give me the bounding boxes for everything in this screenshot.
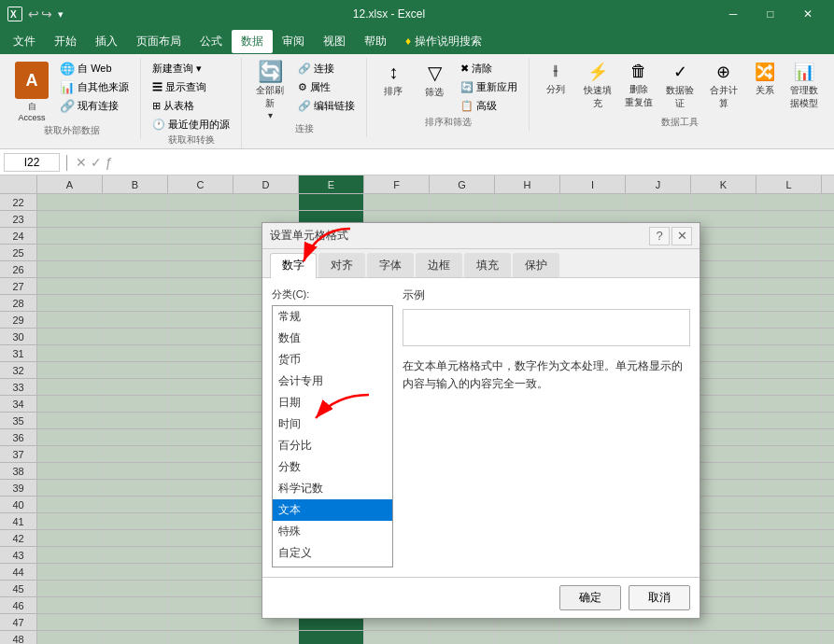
split-col-button[interactable]: ⫲ 分列 — [537, 60, 574, 98]
group-label-transform: 获取和转换 — [168, 133, 215, 148]
tab-protect[interactable]: 保护 — [513, 253, 559, 277]
ribbon-group-connect: 🔄 全部刷新▾ 🔗 连接 ⚙ 属性 🔗 编辑链接 连接 — [242, 58, 367, 137]
cancel-button[interactable]: 取消 — [629, 585, 690, 610]
menu-insert[interactable]: 插入 — [86, 30, 127, 53]
redo-icon[interactable]: ↪ — [41, 7, 52, 21]
dialog-footer: 确定 取消 — [262, 577, 700, 618]
category-custom[interactable]: 自定义 — [273, 542, 392, 564]
access-button[interactable]: A 自 Access — [11, 60, 52, 124]
relations-button[interactable]: 🔀 关系 — [746, 60, 784, 99]
consolidate-button[interactable]: ⊕ 合并计算 — [702, 60, 744, 112]
insert-function-icon[interactable]: ƒ — [106, 155, 113, 170]
group-label-sort: 排序和筛选 — [425, 116, 472, 131]
format-cells-dialog: 设置单元格格式 ? ✕ 数字 对齐 字体 边框 填充 保护 分类(C): 常规 … — [262, 222, 700, 619]
other-sources-button[interactable]: 📊自其他来源 — [56, 78, 133, 96]
main-area: A B C D E F G H I J K L M N O P 22232425… — [0, 175, 834, 644]
titlebar-controls: ─ □ ✕ — [714, 0, 827, 28]
edit-links-button[interactable]: 🔗 编辑链接 — [294, 97, 359, 115]
from-table-button[interactable]: ⊞ 从表格 — [148, 97, 233, 115]
dialog-title: 设置单元格格式 — [270, 228, 348, 244]
menu-layout[interactable]: 页面布局 — [127, 30, 191, 53]
formula-bar-sep: │ — [64, 155, 72, 170]
category-currency[interactable]: 货币 — [273, 349, 392, 371]
tab-fill[interactable]: 填充 — [464, 253, 511, 277]
confirm-button[interactable]: 确定 — [559, 585, 621, 610]
group-label-connect: 连接 — [295, 122, 314, 137]
category-number[interactable]: 数值 — [273, 328, 392, 349]
show-query-button[interactable]: ☰ 显示查询 — [148, 78, 233, 96]
category-special[interactable]: 特殊 — [273, 521, 392, 542]
menu-review[interactable]: 审阅 — [273, 30, 314, 53]
data-model-button[interactable]: 📊 管理数据模型 — [785, 60, 823, 112]
menu-view[interactable]: 视图 — [314, 30, 355, 53]
titlebar-title: 12.xlsx - Excel — [353, 7, 425, 21]
ribbon-group-transform: 新建查询 ▾ ☰ 显示查询 ⊞ 从表格 🕐 最近使用的源 获取和转换 — [141, 58, 242, 148]
flash-fill-button[interactable]: ⚡ 快速填充 — [576, 60, 618, 112]
menu-home[interactable]: 开始 — [45, 30, 86, 53]
cell-reference-input[interactable] — [4, 153, 60, 172]
menu-search[interactable]: ♦ 操作说明搜索 — [396, 30, 491, 53]
category-time[interactable]: 时间 — [273, 413, 392, 435]
preview-label: 示例 — [403, 287, 690, 303]
menu-data[interactable]: 数据 — [232, 30, 273, 53]
category-date[interactable]: 日期 — [273, 392, 392, 413]
dialog-body: 分类(C): 常规 数值 货币 会计专用 日期 时间 百分比 分数 科学记数 文… — [262, 278, 700, 577]
refresh-all-button[interactable]: 🔄 全部刷新▾ — [249, 60, 290, 122]
dialog-titlebar: 设置单元格格式 ? ✕ — [262, 223, 700, 249]
connections-button[interactable]: 🔗 连接 — [294, 60, 359, 77]
reapply-button[interactable]: 🔄 重新应用 — [457, 78, 521, 96]
menu-help[interactable]: 帮助 — [355, 30, 396, 53]
category-accounting[interactable]: 会计专用 — [273, 371, 392, 392]
formula-input[interactable] — [117, 154, 830, 171]
validate-button[interactable]: ✓ 数据验证 — [659, 60, 701, 112]
tab-border[interactable]: 边框 — [416, 253, 462, 277]
sort-az-button[interactable]: ↕ 排序 — [375, 60, 412, 100]
menu-formula[interactable]: 公式 — [191, 30, 232, 53]
confirm-formula-icon[interactable]: ✓ — [91, 155, 102, 170]
properties-button[interactable]: ⚙ 属性 — [294, 78, 359, 96]
category-label: 分类(C): — [272, 287, 393, 301]
clear-button[interactable]: ✖ 清除 — [457, 60, 521, 77]
close-button[interactable]: ✕ — [789, 0, 827, 28]
svg-text:X: X — [10, 9, 17, 20]
filter-button[interactable]: ▽ 筛选 — [416, 60, 453, 101]
minimize-button[interactable]: ─ — [714, 0, 752, 28]
dialog-tabs: 数字 对齐 字体 边框 填充 保护 — [262, 249, 700, 278]
category-text[interactable]: 文本 — [273, 499, 392, 521]
dialog-help-button[interactable]: ? — [649, 227, 670, 245]
tab-align[interactable]: 对齐 — [318, 253, 365, 277]
category-fraction[interactable]: 分数 — [273, 456, 392, 478]
excel-icon: X — [7, 7, 22, 21]
group-label-data-tools: 数据工具 — [661, 116, 699, 131]
new-query-button[interactable]: 新建查询 ▾ — [148, 60, 233, 77]
tab-number[interactable]: 数字 — [270, 253, 317, 278]
remove-dup-button[interactable]: 🗑 删除重复值 — [620, 60, 657, 111]
tab-font[interactable]: 字体 — [367, 253, 414, 277]
ribbon-group-external-data: A 自 Access 🌐自 Web 📊自其他来源 🔗现有连接 获取外 — [4, 58, 141, 139]
titlebar-left: X ↩ ↪ ▾ — [7, 7, 64, 21]
quick-access-more[interactable]: ▾ — [58, 8, 64, 21]
cancel-formula-icon[interactable]: ✕ — [76, 155, 87, 170]
ribbon-group-sort: ↕ 排序 ▽ 筛选 ✖ 清除 🔄 重新应用 📋 高级 — [367, 58, 530, 131]
formula-bar: │ ✕ ✓ ƒ — [0, 149, 834, 175]
group-label-external: 获取外部数据 — [44, 124, 100, 139]
category-general[interactable]: 常规 — [273, 306, 392, 328]
maximize-button[interactable]: □ — [752, 0, 789, 28]
undo-icon[interactable]: ↩ — [28, 7, 39, 21]
ribbon-group-data-tools: ⫲ 分列 ⚡ 快速填充 🗑 删除重复值 ✓ 数据验证 ⊕ 合并计算 — [530, 58, 830, 131]
web-button[interactable]: 🌐自 Web — [56, 60, 133, 77]
advanced-button[interactable]: 📋 高级 — [457, 97, 521, 115]
existing-conn-button[interactable]: 🔗现有连接 — [56, 97, 133, 115]
dialog-close-button[interactable]: ✕ — [671, 227, 692, 245]
menubar: 文件 开始 插入 页面布局 公式 数据 审阅 视图 帮助 ♦ 操作说明搜索 — [0, 28, 834, 54]
menu-file[interactable]: 文件 — [4, 30, 45, 53]
recent-sources-button[interactable]: 🕐 最近使用的源 — [148, 116, 233, 133]
preview-box — [403, 309, 690, 346]
category-scientific[interactable]: 科学记数 — [273, 478, 392, 499]
description-box: 在文本单元格格式中，数字作为文本处理。单元格显示的内容与输入的内容完全一致。 — [403, 357, 690, 567]
titlebar: X ↩ ↪ ▾ 12.xlsx - Excel ─ □ ✕ — [0, 0, 834, 28]
ribbon: A 自 Access 🌐自 Web 📊自其他来源 🔗现有连接 获取外 — [0, 54, 834, 149]
category-list[interactable]: 常规 数值 货币 会计专用 日期 时间 百分比 分数 科学记数 文本 特殊 自定… — [272, 305, 393, 567]
category-percentage[interactable]: 百分比 — [273, 435, 392, 456]
preview-panel: 示例 在文本单元格格式中，数字作为文本处理。单元格显示的内容与输入的内容完全一致… — [403, 287, 690, 567]
